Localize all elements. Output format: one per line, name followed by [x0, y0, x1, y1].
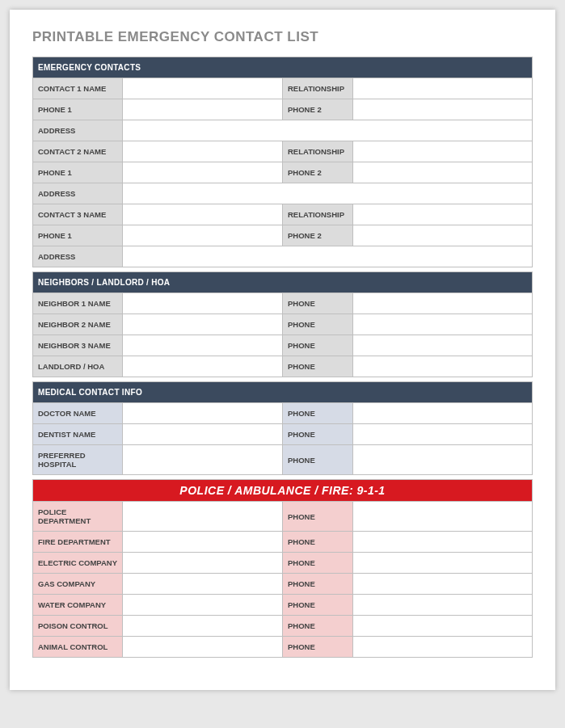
- field-label: RELATIONSHIP: [282, 204, 352, 225]
- field-value: [352, 595, 533, 616]
- field-label: ADDRESS: [33, 246, 123, 267]
- field-value: [352, 99, 533, 120]
- field-value: [123, 532, 283, 553]
- field-value: [123, 445, 283, 475]
- field-value: [352, 293, 533, 314]
- field-value: [352, 502, 533, 532]
- field-value: [352, 204, 533, 225]
- field-value: [123, 183, 533, 204]
- field-value: [123, 637, 283, 658]
- field-value: [352, 574, 533, 595]
- field-label: ADDRESS: [33, 183, 123, 204]
- field-label: PHONE: [282, 574, 352, 595]
- field-label: PHONE: [282, 356, 352, 377]
- field-label: PHONE 1: [33, 162, 123, 183]
- field-value: [123, 293, 283, 314]
- field-label: RELATIONSHIP: [282, 78, 352, 99]
- field-value: [352, 637, 533, 658]
- field-value: [123, 553, 283, 574]
- field-label: POLICE DEPARTMENT: [33, 502, 123, 532]
- field-value: [352, 78, 533, 99]
- table-row: NEIGHBOR 3 NAME PHONE: [33, 335, 533, 356]
- field-label: PHONE 2: [282, 162, 352, 183]
- field-label: RELATIONSHIP: [282, 141, 352, 162]
- field-value: [123, 616, 283, 637]
- field-label: ANIMAL CONTROL: [33, 637, 123, 658]
- field-value: [352, 356, 533, 377]
- field-value: [123, 502, 283, 532]
- field-label: PHONE: [282, 335, 352, 356]
- field-value: [352, 403, 533, 424]
- table-row: NEIGHBOR 1 NAME PHONE: [33, 293, 533, 314]
- field-label: CONTACT 3 NAME: [33, 204, 123, 225]
- field-label: PHONE: [282, 595, 352, 616]
- field-label: PHONE: [282, 403, 352, 424]
- field-value: [352, 445, 533, 475]
- field-value: [123, 574, 283, 595]
- table-row: LANDLORD / HOA PHONE: [33, 356, 533, 377]
- field-value: [352, 162, 533, 183]
- contact-row: ADDRESS: [33, 246, 533, 267]
- section-header-emergency: EMERGENCY CONTACTS: [33, 57, 533, 78]
- contact-row: CONTACT 1 NAME RELATIONSHIP: [33, 78, 533, 99]
- field-value: [123, 225, 283, 246]
- field-label: PHONE: [282, 445, 352, 475]
- section-header-neighbors: NEIGHBORS / LANDLORD / HOA: [33, 272, 533, 293]
- contact-row: PHONE 1 PHONE 2: [33, 99, 533, 120]
- field-value: [123, 595, 283, 616]
- table-row: ELECTRIC COMPANY PHONE: [33, 553, 533, 574]
- field-value: [123, 204, 283, 225]
- field-label: DOCTOR NAME: [33, 403, 123, 424]
- field-label: CONTACT 1 NAME: [33, 78, 123, 99]
- field-label: ELECTRIC COMPANY: [33, 553, 123, 574]
- table-row: POISON CONTROL PHONE: [33, 616, 533, 637]
- field-value: [352, 616, 533, 637]
- field-value: [352, 314, 533, 335]
- field-label: PHONE 1: [33, 99, 123, 120]
- field-label: PHONE: [282, 637, 352, 658]
- field-label: WATER COMPANY: [33, 595, 123, 616]
- field-value: [123, 141, 283, 162]
- contact-table: EMERGENCY CONTACTS CONTACT 1 NAME RELATI…: [32, 57, 533, 658]
- field-label: PHONE: [282, 502, 352, 532]
- field-label: PHONE: [282, 293, 352, 314]
- field-label: POISON CONTROL: [33, 616, 123, 637]
- contact-row: CONTACT 3 NAME RELATIONSHIP: [33, 204, 533, 225]
- field-label: FIRE DEPARTMENT: [33, 532, 123, 553]
- field-label: PHONE: [282, 532, 352, 553]
- field-value: [352, 532, 533, 553]
- section-header-label: MEDICAL CONTACT INFO: [33, 382, 533, 403]
- section-header-label: NEIGHBORS / LANDLORD / HOA: [33, 272, 533, 293]
- section-header-medical: MEDICAL CONTACT INFO: [33, 382, 533, 403]
- field-value: [123, 246, 533, 267]
- field-value: [123, 314, 283, 335]
- field-value: [123, 78, 283, 99]
- field-value: [352, 553, 533, 574]
- field-value: [123, 335, 283, 356]
- field-value: [123, 403, 283, 424]
- field-value: [123, 120, 533, 141]
- field-value: [352, 225, 533, 246]
- table-row: DOCTOR NAME PHONE: [33, 403, 533, 424]
- field-value: [123, 356, 283, 377]
- field-label: NEIGHBOR 1 NAME: [33, 293, 123, 314]
- field-label: CONTACT 2 NAME: [33, 141, 123, 162]
- table-row: FIRE DEPARTMENT PHONE: [33, 532, 533, 553]
- field-label: PHONE: [282, 314, 352, 335]
- field-label: NEIGHBOR 3 NAME: [33, 335, 123, 356]
- field-label: PHONE 2: [282, 99, 352, 120]
- field-label: PHONE: [282, 424, 352, 445]
- field-value: [123, 99, 283, 120]
- contact-row: PHONE 1 PHONE 2: [33, 162, 533, 183]
- field-label: PHONE: [282, 616, 352, 637]
- field-value: [352, 424, 533, 445]
- field-label: PHONE: [282, 553, 352, 574]
- field-value: [352, 335, 533, 356]
- contact-row: ADDRESS: [33, 183, 533, 204]
- field-label: ADDRESS: [33, 120, 123, 141]
- contact-row: ADDRESS: [33, 120, 533, 141]
- field-label: NEIGHBOR 2 NAME: [33, 314, 123, 335]
- field-value: [352, 141, 533, 162]
- field-label: PHONE 1: [33, 225, 123, 246]
- field-label: LANDLORD / HOA: [33, 356, 123, 377]
